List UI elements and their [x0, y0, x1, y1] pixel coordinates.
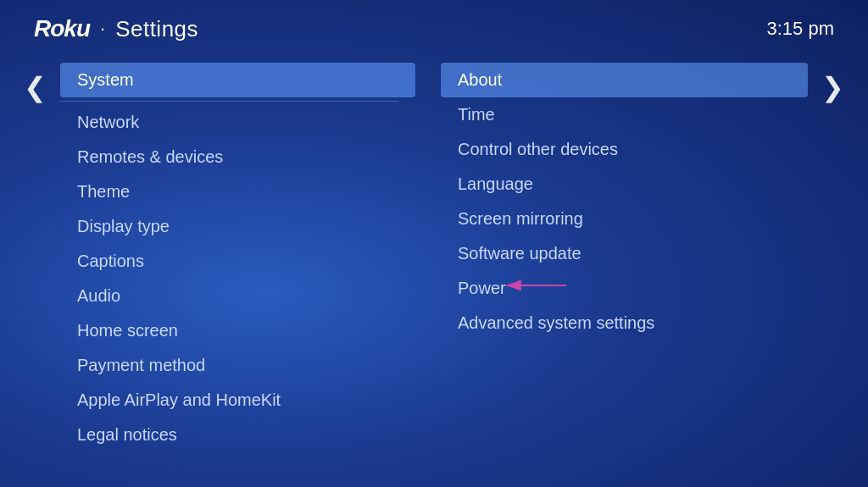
- sidebar-item-system[interactable]: System: [60, 63, 415, 97]
- header-separator: ·: [100, 18, 105, 40]
- sidebar-item-network[interactable]: Network: [60, 105, 415, 140]
- menu-item-control-other-devices[interactable]: Control other devices: [441, 132, 808, 167]
- power-arrow-annotation: [500, 273, 568, 298]
- left-menu: System Network Remotes & devices Theme D…: [60, 63, 432, 452]
- sidebar-item-theme[interactable]: Theme: [60, 174, 415, 209]
- menu-item-language[interactable]: Language: [441, 167, 808, 202]
- sidebar-item-captions[interactable]: Captions: [60, 244, 415, 279]
- left-panel: ❮ System Network Remotes & devices Theme: [0, 54, 432, 452]
- roku-logo: Roku: [34, 15, 90, 42]
- nav-arrow-left-icon[interactable]: ❮: [0, 66, 60, 108]
- menu-item-time[interactable]: Time: [441, 97, 808, 132]
- right-menu: About Time Control other devices Languag…: [432, 63, 808, 340]
- clock: 3:15 pm: [767, 18, 835, 40]
- sidebar-item-display-type[interactable]: Display type: [60, 209, 415, 244]
- menu-item-screen-mirroring[interactable]: Screen mirroring: [441, 202, 808, 236]
- page-title: Settings: [115, 16, 198, 42]
- sidebar-item-audio[interactable]: Audio: [60, 279, 415, 313]
- main-content: ❮ System Network Remotes & devices Theme: [0, 54, 868, 482]
- sidebar-item-legal[interactable]: Legal notices: [60, 418, 415, 452]
- right-panel: About Time Control other devices Languag…: [432, 54, 868, 340]
- header-left: Roku · Settings: [34, 15, 198, 42]
- menu-item-advanced-system-settings[interactable]: Advanced system settings: [441, 306, 808, 340]
- sidebar-item-airplay[interactable]: Apple AirPlay and HomeKit: [60, 383, 415, 418]
- sidebar-item-payment[interactable]: Payment method: [60, 348, 415, 383]
- sidebar-item-home-screen[interactable]: Home screen: [60, 313, 415, 348]
- sidebar-item-remotes[interactable]: Remotes & devices: [60, 140, 415, 174]
- menu-item-software-update[interactable]: Software update: [441, 236, 808, 271]
- settings-screen: Roku · Settings 3:15 pm ❮ System Network…: [0, 0, 868, 487]
- nav-arrow-right-icon[interactable]: ❯: [808, 66, 868, 108]
- menu-divider: [60, 101, 398, 102]
- menu-item-power[interactable]: Power: [441, 271, 808, 306]
- menu-item-about[interactable]: About: [441, 63, 808, 97]
- header: Roku · Settings 3:15 pm: [0, 0, 868, 54]
